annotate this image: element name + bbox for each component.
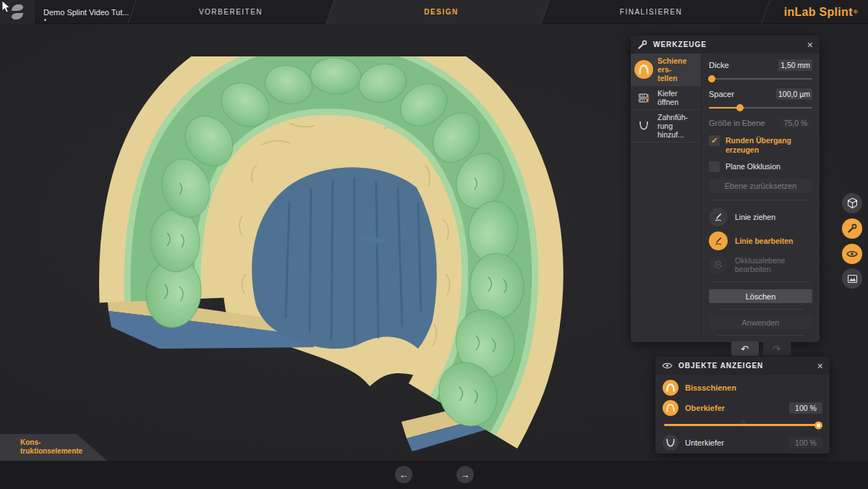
document-tab[interactable]: Demo Splint Video Tut... [43,0,129,24]
tooth-guidance-icon [634,121,653,131]
groesse-label: Größe in Ebene [709,119,765,127]
dicke-slider[interactable] [709,78,812,80]
tab-finalisieren[interactable]: FINALISIEREN [593,0,709,24]
mouse-cursor [1,0,11,14]
tools-content: Dicke 1,50 mm Spacer 100,0 µm Größe in E… [702,54,820,342]
splint-arch-icon [634,60,653,79]
opacity-slider-knob[interactable] [814,421,822,429]
sidebar-item-label: Kiefer öffnen [658,89,697,106]
dicke-value[interactable]: 1,50 mm [778,59,812,71]
dicke-slider-knob[interactable] [708,75,715,82]
redo-button: ↷ [763,341,791,356]
checkbox-label: Runden Übergang erzeugen [726,135,812,155]
divider [710,200,811,200]
wrench-icon [637,40,647,50]
top-bar: Demo Splint Video Tut... VORBEREITEN DES… [0,0,868,24]
close-icon[interactable]: × [807,40,813,50]
interior-walls [252,167,443,349]
spacer-value[interactable]: 100,0 µm [776,88,812,100]
tool-linie-ziehen[interactable]: Linie ziehen [709,208,812,226]
spacer-slider-knob[interactable] [736,104,744,111]
tools-panel-button[interactable] [842,218,862,239]
tools-sidebar: Schiene ers-tellen Kiefer öffnen Zahnfüh… [631,54,702,342]
reset-plane-button[interactable]: Ebene zurücksetzen [709,179,812,192]
bottom-bar: ← → [0,461,868,489]
eye-icon [662,362,673,370]
topbar-divider [761,0,770,24]
sidebar-item-label: Schiene ers-tellen [658,56,697,82]
draw-line-icon [709,208,728,226]
divider [718,309,804,310]
document-title: Demo Splint Video Tut... [43,8,129,17]
sidebar-item-label: Zahnfüh-rung hinzuf... [658,113,697,139]
objects-panel-title: OBJEKTE ANZEIGEN [678,362,812,370]
show-objects-button[interactable] [842,244,862,264]
close-icon[interactable]: × [817,361,823,371]
show-objects-panel: OBJEKTE ANZEIGEN × Bissschienen Oberkief… [655,357,830,454]
divider [710,281,811,282]
sirona-logo-icon [9,4,25,21]
object-row-bissschienen[interactable]: Bissschienen [655,378,830,398]
checkbox-checked[interactable]: ✓ [709,135,720,146]
dicke-label: Dicke [709,61,729,69]
sidebar-item-zahnfuehrung[interactable]: Zahnfüh-rung hinzuf... [631,110,701,143]
jaw-articulator-icon [634,93,653,103]
unterkiefer-opacity-value: 100 % [789,437,822,448]
spacer-label: Spacer [709,90,734,98]
apply-button: Anwenden [709,315,812,329]
tool-okklusalebene: Okklusalebene bearbeiten [709,255,812,274]
edit-line-icon [709,231,728,250]
object-row-oberkiefer[interactable]: Oberkiefer 100 % [655,398,830,418]
objects-panel-header[interactable]: OBJEKTE ANZEIGEN × [655,357,830,375]
tools-panel: WERKZEUGE × Schiene ers-tellen Kiefer öf… [631,35,820,342]
plane-okklusion-checkbox-row[interactable]: Plane Okklusion [709,161,812,172]
sidebar-item-schiene-erstellen[interactable]: Schiene ers-tellen [631,54,701,86]
next-step-button[interactable]: → [456,466,474,483]
checkbox-unchecked[interactable] [709,161,720,172]
unsaved-dot [44,19,46,21]
tools-panel-title: WERKZEUGE [653,41,801,48]
occlusal-plane-icon [709,255,728,274]
view-cube-button[interactable] [842,193,862,213]
app-window: Kons- truktionselemente Demo Splint Vide… [0,0,868,489]
tools-panel-header[interactable]: WERKZEUGE × [631,35,820,54]
divider [718,335,804,336]
splint-arch-icon [663,380,678,396]
screenshot-icon [847,274,858,284]
tab-vorbereiten[interactable]: VORBEREITEN [173,0,289,24]
screenshot-button[interactable] [842,268,862,289]
brand-logo: inLab Splint® [784,0,858,24]
spacer-slider[interactable] [709,107,812,109]
dental-arch-model[interactable] [72,56,564,454]
upper-jaw-icon [663,400,678,416]
cube-icon [847,197,858,209]
delete-button[interactable]: Löschen [709,289,812,303]
lower-jaw-icon [663,435,678,451]
undo-button[interactable]: ↶ [731,341,759,356]
prev-step-button[interactable]: ← [395,466,412,483]
groesse-value: 75,0 % [779,117,812,129]
tab-design[interactable]: DESIGN [383,0,499,24]
tool-linie-bearbeiten[interactable]: Linie bearbeiten [709,231,812,250]
object-row-unterkiefer[interactable]: Unterkiefer 100 % [655,433,830,453]
oberkiefer-opacity-slider[interactable] [664,424,821,426]
eye-icon [846,250,858,258]
checkbox-label: Plane Okklusion [726,161,780,171]
slider-midpoint-notch [739,420,746,423]
sidebar-item-kiefer-oeffnen[interactable]: Kiefer öffnen [631,86,701,110]
wrench-icon [847,224,857,234]
runden-uebergang-checkbox-row[interactable]: ✓ Runden Übergang erzeugen [709,135,812,155]
oberkiefer-opacity-value[interactable]: 100 % [789,402,822,414]
